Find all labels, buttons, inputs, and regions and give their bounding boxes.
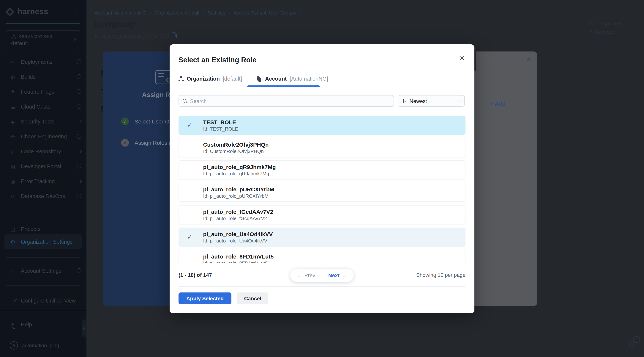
pagination-pill: ← Prev Next →: [290, 269, 354, 282]
trailing-icon: [76, 134, 81, 140]
search-box: [178, 95, 394, 107]
breadcrumb: Account: AutomationNGOrganization: defau…: [95, 10, 305, 16]
sidebar-item-label: Configure Unified View: [21, 298, 76, 304]
role-row[interactable]: ✓ TEST_ROLE Id: TEST_ROLE: [178, 116, 466, 135]
tabs-border: [178, 87, 466, 87]
sidebar-item: ◍ Builds: [0, 69, 86, 84]
role-row[interactable]: ✓ pl_auto_role_fGcdAAv7V2 Id: pl_auto_ro…: [178, 205, 466, 224]
role-list: ✓ TEST_ROLE Id: TEST_ROLE ✓ CustomRole2O…: [178, 112, 466, 263]
module-icon: ◈: [10, 119, 16, 124]
role-name: CustomRole2Ofvj3PHQn: [203, 141, 465, 148]
sidebar-item-label: Help: [21, 321, 32, 327]
select-existing-role-modal: Select an Existing Role ✕ Organization […: [170, 44, 474, 313]
tab-badge: [AutomationNG]: [290, 76, 328, 82]
role-id: Id: pl_auto_role_Ua4Od4ikVV: [203, 237, 465, 244]
module-icon: ⊜: [10, 193, 16, 199]
modal-title: Select an Existing Role: [178, 56, 256, 64]
search-input[interactable]: [190, 98, 390, 104]
sidebar-collapse-handle: [82, 319, 86, 337]
stack-icon: ≋: [10, 268, 16, 274]
module-icon: ◎: [10, 179, 16, 184]
module-icon: ◍: [10, 74, 16, 80]
role-id: Id: TEST_ROLE: [203, 126, 465, 132]
module-icon: ☁: [10, 104, 16, 110]
brand-name: harness: [18, 7, 48, 16]
role-row[interactable]: ✓ pl_auto_role_qR9Jhmk7Mg Id: pl_auto_ro…: [178, 160, 466, 179]
tab-account[interactable]: Account [AutomationNG]: [256, 76, 328, 82]
gear-icon: ⚙: [10, 239, 16, 244]
wizard-step-1: ✓ Select User Gro: [121, 118, 174, 125]
prev-button[interactable]: ← Prev: [290, 269, 322, 282]
sidebar-divider: [6, 257, 80, 258]
trailing-icon: [79, 148, 81, 154]
pagination-range: (1 - 10) of 147: [178, 272, 212, 278]
cancel-button[interactable]: Cancel: [237, 292, 268, 304]
tab-badge: [default]: [223, 76, 242, 82]
sort-arrows-icon: ⇅: [402, 98, 406, 104]
sidebar-item: ◈ Security Tests: [0, 114, 86, 129]
sidebar-item: ◇ Code Repository: [0, 144, 86, 159]
pagination: (1 - 10) of 147 ← Prev Next → Showing 10…: [178, 269, 466, 282]
sidebar-item-label: Projects: [21, 226, 40, 232]
org-chart-icon: [178, 76, 184, 81]
sidebar: harness ORGANIZATIONS default ∞ Deployme…: [0, 0, 86, 357]
help-chat-icon: ?: [10, 322, 16, 327]
role-id: Id: pl_auto_role_fGcdAAv7V2: [203, 215, 465, 221]
role-name: pl_auto_role_pURCXIYrbM: [203, 186, 465, 193]
copy-icon: [173, 34, 177, 39]
role-id: Id: pl_auto_role_8FD1mVLut5: [203, 260, 465, 263]
sidebar-item-label: Database DevOps: [21, 193, 65, 199]
pagination-page-size: Showing 10 per page: [416, 272, 466, 278]
sort-value: Newest: [410, 98, 427, 104]
sidebar-item-label: Cloud Costs: [21, 104, 50, 110]
sidebar-item-label: Deployments: [21, 59, 52, 65]
last-updated: Last Updated 5 days ago: [590, 20, 621, 37]
avatar: A: [10, 341, 18, 349]
sidebar-item: ▤ Developer Portal: [0, 159, 86, 174]
role-row[interactable]: ✓ pl_auto_role_pURCXIYrbM Id: pl_auto_ro…: [178, 183, 466, 202]
brand: harness: [6, 6, 80, 17]
close-icon[interactable]: ✕: [457, 53, 467, 63]
brand-underline: [6, 23, 80, 24]
projects-icon: ◫: [10, 226, 16, 232]
sidebar-item-user: A automation_plng: [0, 338, 86, 353]
sidebar-divider: [6, 213, 80, 213]
footer-divider: [178, 286, 466, 287]
role-name: pl_auto_role_8FD1mVLut5: [203, 253, 465, 260]
sidebar-item: ◎ Error Tracking: [0, 174, 86, 189]
trailing-icon: [79, 119, 81, 125]
app-grid-icon: [73, 9, 78, 14]
chevron-right-icon: [72, 38, 76, 42]
trailing-icon: [79, 178, 81, 184]
breadcrumb-item: Organization: default: [155, 10, 208, 16]
next-button[interactable]: Next →: [322, 269, 354, 282]
app-root: harness ORGANIZATIONS default ∞ Deployme…: [0, 0, 644, 357]
role-row[interactable]: ✓ pl_auto_role_8FD1mVLut5 Id: pl_auto_ro…: [178, 250, 466, 263]
trailing-icon: [76, 74, 81, 80]
org-chart-icon: [12, 35, 16, 39]
tab-organization[interactable]: Organization [default]: [178, 76, 242, 82]
apply-selected-button[interactable]: Apply Selected: [178, 292, 232, 304]
last-updated-label: Last Updated: [590, 20, 621, 28]
organization-selector: ORGANIZATIONS default: [6, 30, 80, 49]
last-updated-value: 5 days ago: [590, 28, 621, 37]
module-icon: ⚑: [10, 89, 16, 95]
role-name: pl_auto_role_Ua4Od4ikVV: [203, 230, 465, 237]
sidebar-item-label: Security Tests: [21, 119, 54, 125]
sidebar-item-label: Organization Settings: [21, 239, 72, 245]
role-row[interactable]: ✓ pl_auto_role_Ua4Od4ikVV Id: pl_auto_ro…: [178, 228, 466, 247]
sidebar-item: ⚑ Feature Flags: [0, 84, 86, 99]
role-id: Id: pl_auto_role_pURCXIYrbM: [203, 193, 465, 199]
page-title: usergroup: [95, 20, 135, 29]
trailing-icon: [76, 163, 81, 169]
entity-id: Id: pl_auto_usergroup_4D7bcCIJj7: [95, 33, 177, 39]
role-row[interactable]: ✓ CustomRole2Ofvj3PHQn Id: CustomRole2Of…: [178, 138, 466, 157]
arrow-right-icon: →: [342, 272, 347, 278]
harness-logo-icon: [6, 7, 14, 16]
sidebar-item-label: Feature Flags: [21, 89, 54, 95]
sidebar-item-label: Chaos Engineering: [21, 134, 67, 140]
close-icon: ✕: [525, 56, 533, 63]
sidebar-footer-divider: [0, 310, 86, 311]
check-icon: ✓: [187, 233, 192, 241]
sort-dropdown[interactable]: ⇅ Newest: [398, 95, 465, 107]
